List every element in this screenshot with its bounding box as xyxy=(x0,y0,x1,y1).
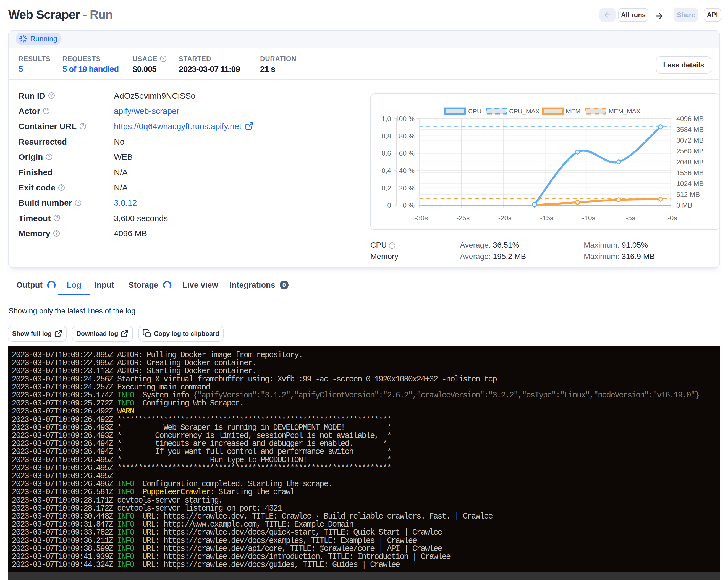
svg-text:512 MB: 512 MB xyxy=(676,191,700,198)
svg-text:3072 MB: 3072 MB xyxy=(676,136,704,144)
svg-text:-30s: -30s xyxy=(415,214,428,222)
svg-text:0,8: 0,8 xyxy=(382,132,391,140)
svg-text:-15s: -15s xyxy=(540,214,553,222)
svg-text:0 MB: 0 MB xyxy=(676,202,692,209)
svg-text:2560 MB: 2560 MB xyxy=(676,147,704,155)
svg-text:60 %: 60 % xyxy=(399,150,415,157)
svg-text:100 %: 100 % xyxy=(395,115,415,123)
svg-text:80 %: 80 % xyxy=(399,132,415,140)
svg-text:20 %: 20 % xyxy=(399,184,415,192)
svg-text:0: 0 xyxy=(387,202,391,209)
svg-text:-20s: -20s xyxy=(498,214,512,222)
svg-text:0 %: 0 % xyxy=(403,202,415,209)
svg-text:4096 MB: 4096 MB xyxy=(676,115,704,123)
svg-text:3584 MB: 3584 MB xyxy=(676,126,704,133)
svg-text:-0s: -0s xyxy=(668,214,677,222)
svg-text:-25s: -25s xyxy=(456,214,470,222)
svg-text:1,0: 1,0 xyxy=(382,115,391,123)
svg-text:-10s: -10s xyxy=(582,214,595,222)
svg-text:40 %: 40 % xyxy=(399,167,415,175)
svg-text:0,4: 0,4 xyxy=(382,167,391,175)
svg-text:1536 MB: 1536 MB xyxy=(676,169,704,177)
svg-text:0,6: 0,6 xyxy=(382,150,391,157)
svg-text:1024 MB: 1024 MB xyxy=(676,180,704,187)
svg-text:0,2: 0,2 xyxy=(382,184,391,192)
svg-text:-5s: -5s xyxy=(626,214,635,222)
svg-text:2048 MB: 2048 MB xyxy=(676,158,704,166)
